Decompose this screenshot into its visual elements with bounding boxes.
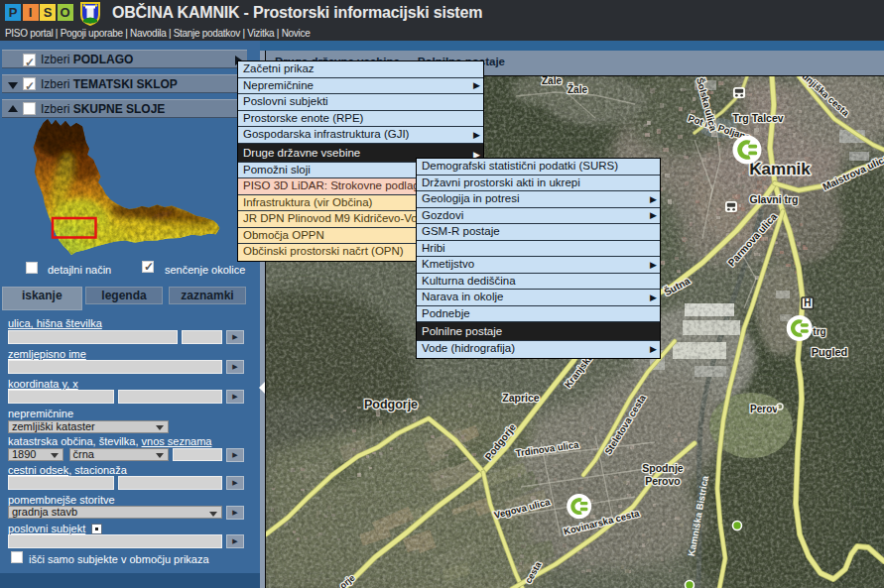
svg-text:Kamnik: Kamnik bbox=[749, 160, 811, 178]
svg-text:Podgorje: Podgorje bbox=[364, 398, 418, 412]
svg-text:Spodnje: Spodnje bbox=[642, 462, 684, 474]
svg-text:Pugled: Pugled bbox=[812, 346, 848, 358]
svg-text:Perovo: Perovo bbox=[645, 475, 681, 487]
svg-text:Glavni trg: Glavni trg bbox=[749, 193, 798, 205]
svg-text:Žale: Žale bbox=[568, 83, 587, 95]
svg-text:Žale: Žale bbox=[542, 76, 562, 86]
svg-text:Perov: Perov bbox=[750, 404, 778, 414]
svg-text:Trg Talcev: Trg Talcev bbox=[732, 112, 783, 124]
svg-text:H: H bbox=[804, 297, 811, 308]
svg-text:Zaprice: Zaprice bbox=[502, 392, 540, 404]
svg-text:trg: trg bbox=[813, 326, 825, 337]
